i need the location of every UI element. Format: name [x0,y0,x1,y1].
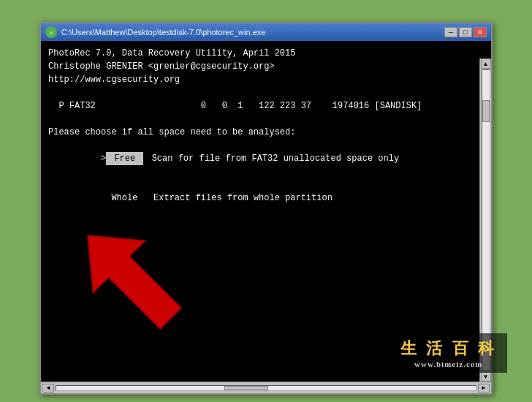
terminal-output: PhotoRec 7.0, Data Recovery Utility, Apr… [41,41,491,382]
maximize-button[interactable]: □ [459,27,472,37]
scroll-track [482,69,490,371]
terminal-line-6 [48,113,476,126]
terminal-line-2: Christophe GRENIER <grenier@cgsecurity.o… [48,60,476,73]
terminal-line-3: http://www.cgsecurity.org [48,73,476,86]
option-free-label[interactable]: Free [106,152,143,165]
option-whole-prefix: Whole [101,193,148,203]
terminal-line-5: P FAT32 0 0 1 122 223 37 1974016 [SANDIS… [48,99,476,113]
option-whole-desc: Extract files from whole partition [148,193,332,203]
scroll-left-button[interactable]: ◄ [42,384,54,392]
h-scroll-track [56,385,476,391]
scroll-right-button[interactable]: ► [478,384,490,392]
terminal-option-whole[interactable]: Whole Extract files from whole partition [48,178,476,218]
terminal-line-7: Please choose if all space need to be an… [48,126,476,139]
watermark-url: www.bimeiz.com [400,360,498,368]
watermark: 生 活 百 科 www.bimeiz.com [390,333,508,373]
terminal-line-1: PhotoRec 7.0, Data Recovery Utility, Apr… [48,47,476,60]
option-free-cursor: > [101,153,106,164]
horizontal-scrollbar[interactable]: ◄ ► [41,382,491,393]
window-title: C:\Users\Matthew\Desktop\testdisk-7.0\ph… [61,28,444,37]
outer-wrapper: ● C:\Users\Matthew\Desktop\testdisk-7.0\… [18,22,514,380]
scroll-thumb[interactable] [482,100,490,122]
scroll-down-button[interactable]: ▼ [481,371,491,382]
h-scroll-thumb[interactable] [224,386,268,390]
window-icon: ● [45,26,57,38]
close-button[interactable]: ✕ [474,27,487,37]
title-bar: ● C:\Users\Matthew\Desktop\testdisk-7.0\… [41,23,491,41]
terminal-line-4 [48,86,476,99]
scroll-up-button[interactable]: ▲ [481,58,491,69]
minimize-button[interactable]: ─ [444,27,457,37]
option-free-desc: Scan for file from FAT32 unallocated spa… [146,153,399,164]
window-controls: ─ □ ✕ [444,27,487,37]
terminal-option-free[interactable]: > Free Scan for file from FAT32 unalloca… [48,139,476,178]
watermark-text: 生 活 百 科 [400,338,498,360]
